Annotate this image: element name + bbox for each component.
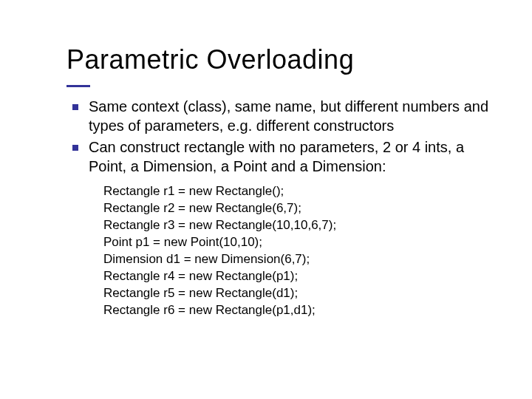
list-item: Same context (class), same name, but dif… — [89, 98, 495, 135]
code-line: Rectangle r3 = new Rectangle(10,10,6,7); — [103, 217, 495, 234]
code-line: Rectangle r4 = new Rectangle(p1); — [103, 268, 495, 285]
code-line: Rectangle r6 = new Rectangle(p1,d1); — [103, 302, 495, 319]
code-line: Rectangle r2 = new Rectangle(6,7); — [103, 200, 495, 217]
code-block: Rectangle r1 = new Rectangle(); Rectangl… — [103, 183, 495, 319]
code-line: Rectangle r5 = new Rectangle(d1); — [103, 285, 495, 302]
code-line: Dimension d1 = new Dimension(6,7); — [103, 251, 495, 268]
page-title: Parametric Overloading — [66, 44, 495, 75]
bullet-list: Same context (class), same name, but dif… — [66, 98, 495, 176]
accent-line — [66, 85, 90, 87]
list-item: Can construct rectangle with no paramete… — [89, 138, 495, 176]
code-line: Point p1 = new Point(10,10); — [103, 234, 495, 251]
slide: Parametric Overloading Same context (cla… — [0, 0, 532, 349]
code-line: Rectangle r1 = new Rectangle(); — [103, 183, 495, 200]
